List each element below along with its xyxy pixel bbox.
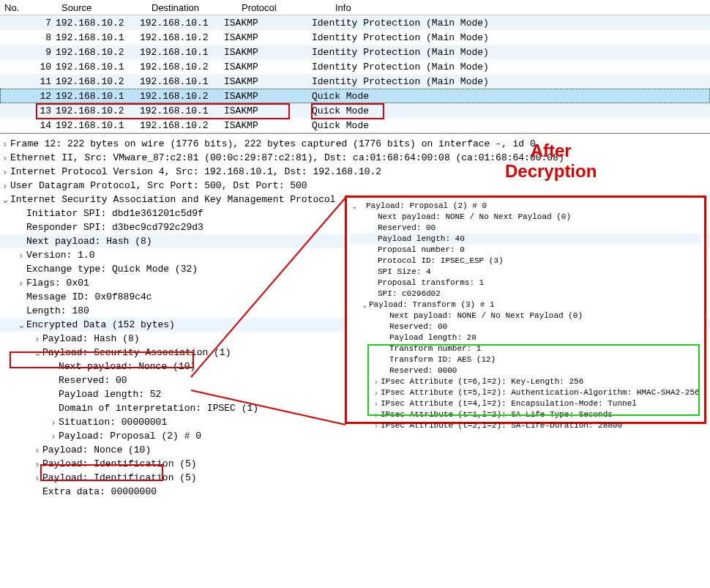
callout-line: Protocol ID: IPSEC_ESP (3) bbox=[378, 256, 504, 267]
col-header-info[interactable]: Info bbox=[332, 1, 710, 15]
detail-extra-data[interactable]: Extra data: 00000000 bbox=[42, 486, 157, 497]
callout-line: Proposal number: 0 bbox=[378, 245, 465, 256]
table-row[interactable]: 7 192.168.10.2 192.168.10.1 ISAKMP Ident… bbox=[0, 15, 710, 30]
detail-length[interactable]: Length: 180 bbox=[26, 305, 89, 316]
detail-initiator-spi[interactable]: Initiator SPI: dbd1e361201c5d9f bbox=[26, 208, 203, 219]
chevron-right-icon[interactable]: › bbox=[32, 472, 42, 483]
chevron-right-icon[interactable]: › bbox=[0, 180, 10, 191]
detail-payload-id1[interactable]: Payload: Identification (5) bbox=[42, 458, 197, 469]
chevron-right-icon[interactable]: › bbox=[32, 333, 42, 344]
table-row[interactable]: 8 192.168.10.1 192.168.10.2 ISAKMP Ident… bbox=[0, 30, 710, 45]
detail-flags[interactable]: Flags: 0x01 bbox=[26, 278, 89, 289]
chevron-right-icon: › bbox=[372, 376, 381, 387]
callout-line: SPI Size: 4 bbox=[378, 267, 431, 278]
callout-line: Reserved: 00 bbox=[389, 321, 447, 332]
table-row-selected[interactable]: 12 192.168.10.1 192.168.10.2 ISAKMP Quic… bbox=[0, 89, 710, 103]
detail-payload-nonce[interactable]: Payload: Nonce (10) bbox=[42, 444, 151, 455]
chevron-right-icon: › bbox=[372, 387, 381, 398]
detail-doi[interactable]: Domain of interpretation: IPSEC (1) bbox=[59, 403, 258, 414]
callout-line: Payload length: 40 bbox=[378, 234, 465, 245]
table-row[interactable]: 13 192.168.10.2 192.168.10.1 ISAKMP Quic… bbox=[0, 103, 710, 118]
detail-isakmp[interactable]: Internet Security Association and Key Ma… bbox=[10, 194, 336, 205]
callout-line: Reserved: 00 bbox=[378, 223, 436, 234]
detail-exchange-type[interactable]: Exchange type: Quick Mode (32) bbox=[26, 264, 198, 275]
chevron-right-icon[interactable]: › bbox=[0, 166, 10, 177]
detail-reserved[interactable]: Reserved: 00 bbox=[59, 375, 127, 386]
col-header-source[interactable]: Source bbox=[59, 1, 149, 15]
detail-message-id[interactable]: Message ID: 0x0f889c4c bbox=[26, 291, 152, 302]
callout-line: IPsec Attribute (t=6,l=2): Key-Length: 2… bbox=[381, 376, 583, 387]
detail-payload-proposal[interactable]: Payload: Proposal (2) # 0 bbox=[59, 431, 201, 442]
chevron-down-icon[interactable]: ⌄ bbox=[32, 347, 42, 358]
chevron-right-icon[interactable]: › bbox=[0, 138, 10, 149]
callout-line: IPsec Attribute (t=4,l=2): Encapsulation… bbox=[381, 398, 637, 409]
chevron-down-icon: ⌄ bbox=[360, 299, 369, 310]
table-row[interactable]: 11 192.168.10.2 192.168.10.1 ISAKMP Iden… bbox=[0, 74, 710, 89]
detail-ip[interactable]: Internet Protocol Version 4, Src: 192.16… bbox=[10, 166, 381, 177]
detail-frame[interactable]: Frame 12: 222 bytes on wire (1776 bits),… bbox=[10, 138, 536, 149]
chevron-down-icon[interactable]: ⌄ bbox=[0, 194, 10, 205]
callout-line: Payload length: 28 bbox=[389, 332, 477, 343]
packet-list[interactable]: No. Source Destination Protocol Info 7 1… bbox=[0, 0, 710, 133]
chevron-down-icon: ⌄ bbox=[350, 201, 359, 212]
detail-payload-id2[interactable]: Payload: Identification (5) bbox=[42, 472, 197, 483]
cell-no: 7 bbox=[0, 18, 56, 29]
table-row[interactable]: 9 192.168.10.2 192.168.10.1 ISAKMP Ident… bbox=[0, 45, 710, 59]
detail-next-payload-nonce[interactable]: Next payload: Nonce (10) bbox=[59, 361, 195, 372]
chevron-right-icon: › bbox=[372, 409, 381, 420]
detail-payload-hash[interactable]: Payload: Hash (8) bbox=[42, 333, 140, 344]
cell-info: Identity Protection (Main Mode) bbox=[312, 18, 710, 29]
callout-line: IPsec Attribute (t=2,l=2): SA-Life-Durat… bbox=[381, 420, 622, 431]
chevron-right-icon[interactable]: › bbox=[32, 444, 42, 455]
packet-list-header[interactable]: No. Source Destination Protocol Info bbox=[0, 0, 710, 15]
cell-dst: 192.168.10.1 bbox=[140, 18, 224, 29]
callout-line: Proposal transforms: 1 bbox=[378, 278, 484, 289]
callout-line: Payload: Transform (3) # 1 bbox=[369, 299, 495, 310]
chevron-right-icon[interactable]: › bbox=[16, 278, 26, 289]
detail-next-payload[interactable]: Next payload: Hash (8) bbox=[26, 236, 152, 247]
detail-responder-spi[interactable]: Responder SPI: d3bec9cd792c29d3 bbox=[26, 222, 203, 233]
chevron-right-icon: › bbox=[372, 420, 381, 431]
callout-line: SPI: c0296d02 bbox=[378, 289, 441, 299]
callout-line: Transform ID: AES (12) bbox=[389, 354, 496, 365]
detail-payload-length[interactable]: Payload length: 52 bbox=[59, 389, 161, 400]
chevron-down-icon[interactable]: ⌄ bbox=[16, 319, 26, 330]
callout-line: Payload: Proposal (2) # 0 bbox=[366, 201, 487, 212]
col-header-no[interactable]: No. bbox=[0, 1, 59, 15]
chevron-right-icon[interactable]: › bbox=[32, 458, 42, 469]
chevron-right-icon[interactable]: › bbox=[16, 250, 26, 261]
col-header-protocol[interactable]: Protocol bbox=[239, 1, 332, 15]
detail-version[interactable]: Version: 1.0 bbox=[26, 250, 95, 261]
table-row[interactable]: 10 192.168.10.1 192.168.10.2 ISAKMP Iden… bbox=[0, 59, 710, 74]
detail-payload-sa[interactable]: Payload: Security Association (1) bbox=[42, 347, 231, 358]
detail-udp[interactable]: User Datagram Protocol, Src Port: 500, D… bbox=[10, 180, 307, 191]
callout-line: Next payload: NONE / No Next Payload (0) bbox=[378, 212, 571, 223]
detail-situation[interactable]: Situation: 00000001 bbox=[59, 417, 167, 428]
callout-line: IPsec Attribute (t=5,l=2): Authenticatio… bbox=[381, 387, 700, 398]
detail-ethernet[interactable]: Ethernet II, Src: VMware_87:c2:81 (00:0c… bbox=[10, 152, 564, 163]
decryption-callout: ⌄Payload: Proposal (2) # 0 Next payload:… bbox=[345, 196, 706, 424]
chevron-right-icon[interactable]: › bbox=[48, 431, 59, 442]
chevron-right-icon[interactable]: › bbox=[0, 152, 10, 163]
callout-line: Reserved: 0000 bbox=[389, 365, 457, 376]
col-header-destination[interactable]: Destination bbox=[149, 1, 239, 15]
callout-line: Next payload: NONE / No Next Payload (0) bbox=[389, 310, 583, 321]
table-row[interactable]: 14 192.168.10.1 192.168.10.2 ISAKMP Quic… bbox=[0, 118, 710, 133]
cell-src: 192.168.10.2 bbox=[56, 18, 140, 29]
cell-proto: ISAKMP bbox=[224, 18, 312, 29]
detail-encrypted-data[interactable]: Encrypted Data (152 bytes) bbox=[26, 319, 175, 330]
callout-line: IPsec Attribute (t=1,l=2): SA-Life-Type:… bbox=[381, 409, 613, 420]
callout-line: Transform number: 1 bbox=[389, 343, 481, 354]
chevron-right-icon[interactable]: › bbox=[48, 417, 59, 428]
chevron-right-icon: › bbox=[372, 398, 381, 409]
